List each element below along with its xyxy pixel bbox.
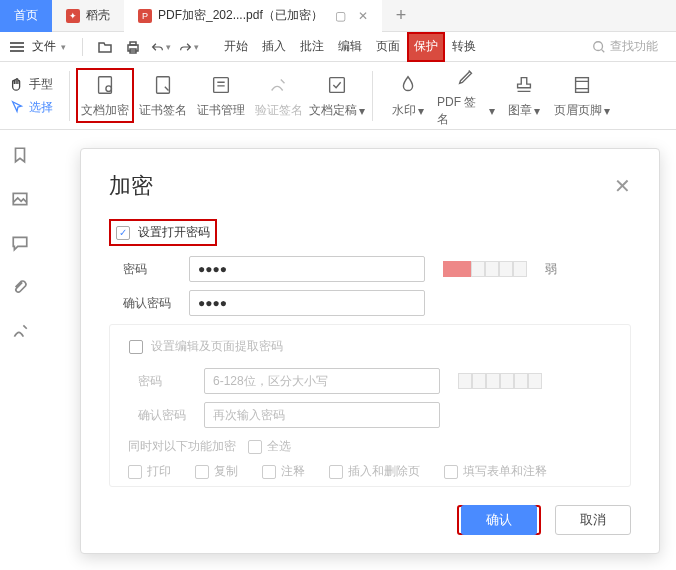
search-placeholder: 查找功能 [610,38,658,55]
hamburger-icon[interactable] [10,42,24,52]
opt-fill-forms[interactable]: 填写表单和注释 [444,463,547,480]
signature-icon[interactable] [11,322,29,340]
opt-insert-delete[interactable]: 插入和删除页 [329,463,420,480]
confirm-password-input[interactable]: ●●●● [189,290,425,316]
left-sidebar [0,130,40,570]
pen-icon [453,64,479,90]
docker-icon: ✦ [66,9,80,23]
svg-rect-6 [157,77,170,94]
opt-annotate[interactable]: 注释 [262,463,305,480]
cert-sign-icon [150,72,176,98]
confirm-password2-label: 确认密码 [138,407,194,424]
cert-manage-icon [208,72,234,98]
undo-icon[interactable] [151,37,171,57]
password2-label: 密码 [138,373,194,390]
also-encrypt-label: 同时对以下功能加密 [128,438,236,455]
checkbox-icon [116,226,130,240]
close-icon[interactable]: ✕ [358,9,368,23]
tab-document[interactable]: P PDF加密_202....pdf（已加密） ▢ ✕ [124,0,382,32]
ribbon-finalize[interactable]: 文档定稿▾ [308,72,366,119]
tab-annotate[interactable]: 批注 [293,32,331,62]
ribbon: 手型 选择 文档加密 证书签名 证书管理 验证签名 文档定稿▾ 水印▾ PDF … [0,62,676,130]
tab-insert[interactable]: 插入 [255,32,293,62]
password-input[interactable]: ●●●● [189,256,425,282]
ribbon-stamp[interactable]: 图章▾ [495,72,553,119]
chevron-down-icon: ▾ [418,104,424,118]
finalize-icon [324,72,350,98]
attachment-icon[interactable] [11,278,29,296]
pdf-icon: P [138,9,152,23]
confirm-password2-input[interactable]: 再次输入密码 [204,402,440,428]
ribbon-watermark[interactable]: 水印▾ [379,72,437,119]
separator [82,38,83,56]
comment-icon[interactable] [11,234,29,252]
tab-bar: 首页 ✦ 稻壳 P PDF加密_202....pdf（已加密） ▢ ✕ + [0,0,676,32]
ribbon-header-footer[interactable]: 页眉页脚▾ [553,72,611,119]
svg-rect-1 [130,42,136,45]
password-strength [443,261,527,277]
hand-tool[interactable]: 手型 [10,76,53,93]
lock-icon [92,72,118,98]
ribbon-tabs: 开始 插入 批注 编辑 页面 保护 转换 [217,32,483,62]
tab-page[interactable]: 页面 [369,32,407,62]
verify-icon [266,72,292,98]
tab-home[interactable]: 首页 [0,0,52,32]
tab-convert[interactable]: 转换 [445,32,483,62]
stamp-icon [511,72,537,98]
file-menu[interactable]: 文件 [32,38,66,55]
new-tab-button[interactable]: + [382,5,421,26]
ribbon-cert-manage[interactable]: 证书管理 [192,72,250,119]
ribbon-pdf-sign[interactable]: PDF 签名▾ [437,64,495,128]
encrypt-dialog: 加密 ✕ 设置打开密码 密码 ●●●● 弱 确认密码 ●●●● 设置编辑及页面提… [80,148,660,554]
tab-document-label: PDF加密_202....pdf（已加密） [158,7,323,24]
ribbon-doc-encrypt[interactable]: 文档加密 [76,68,134,123]
edit-password-checkbox[interactable]: 设置编辑及页面提取密码 [124,335,616,358]
cancel-button[interactable]: 取消 [555,505,631,535]
svg-rect-9 [576,78,589,93]
tab-edit[interactable]: 编辑 [331,32,369,62]
dialog-footer: 确认 取消 [81,505,659,535]
menu-bar: 文件 开始 插入 批注 编辑 页面 保护 转换 查找功能 [0,32,676,62]
dialog-close-icon[interactable]: ✕ [614,174,631,198]
ribbon-cert-sign[interactable]: 证书签名 [134,72,192,119]
select-all-checkbox[interactable]: 全选 [248,438,291,455]
print-icon[interactable] [123,37,143,57]
select-tool[interactable]: 选择 [10,99,53,116]
tab-start[interactable]: 开始 [217,32,255,62]
chevron-down-icon: ▾ [534,104,540,118]
checkbox-icon [129,340,143,354]
search-box[interactable]: 查找功能 [584,38,666,55]
open-icon[interactable] [95,37,115,57]
ok-button-highlight: 确认 [457,505,541,535]
chevron-down-icon: ▾ [604,104,610,118]
svg-point-3 [594,41,603,50]
tab-overflow-icon[interactable]: ▢ [335,9,346,23]
bookmark-icon[interactable] [11,146,29,164]
edit-password-section: 设置编辑及页面提取密码 密码 6-128位，区分大小写 确认密码 再次输入密码 … [109,324,631,487]
strength-text: 弱 [545,261,557,278]
password-label: 密码 [123,261,179,278]
dialog-title: 加密 [109,171,153,201]
open-password-checkbox[interactable]: 设置打开密码 [109,219,217,246]
svg-rect-7 [214,78,229,93]
ribbon-verify-sign[interactable]: 验证签名 [250,72,308,119]
svg-rect-8 [330,78,345,93]
side-tools: 手型 选择 [10,76,53,116]
search-icon [592,40,606,54]
opt-copy[interactable]: 复制 [195,463,238,480]
opt-print[interactable]: 打印 [128,463,171,480]
password2-input[interactable]: 6-128位，区分大小写 [204,368,440,394]
image-icon[interactable] [11,190,29,208]
tab-docker-label: 稻壳 [86,7,110,24]
header-footer-icon [569,72,595,98]
chevron-down-icon: ▾ [359,104,365,118]
confirm-password-label: 确认密码 [123,295,179,312]
password2-strength [458,373,542,389]
watermark-icon [395,72,421,98]
ok-button[interactable]: 确认 [461,505,537,535]
tab-docker[interactable]: ✦ 稻壳 [52,0,124,32]
redo-icon[interactable] [179,37,199,57]
svg-point-5 [106,86,112,92]
tab-protect[interactable]: 保护 [407,32,445,62]
